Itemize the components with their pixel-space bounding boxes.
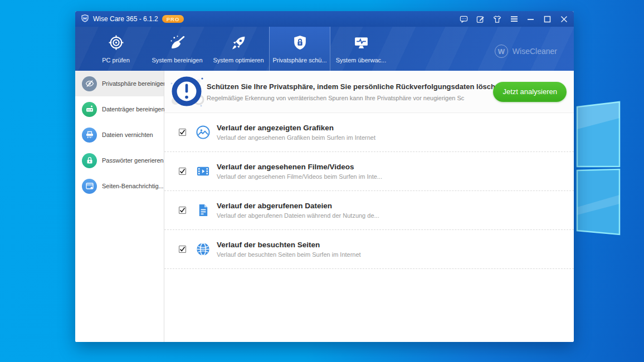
maximize-icon[interactable]	[543, 15, 552, 23]
monitor-pulse-icon	[353, 35, 369, 53]
tab-label: System bereinigen	[152, 57, 202, 63]
main-nav: PC prüfen System bereinigen	[75, 27, 574, 71]
film-icon	[196, 164, 211, 179]
disk-clean-icon	[82, 102, 97, 117]
item-checkbox[interactable]	[179, 129, 186, 136]
close-icon[interactable]	[560, 15, 568, 23]
item-text: Verlauf der abgerufenen Dateien Verlauf …	[217, 202, 379, 219]
window-title: Wise Care 365 - 6.1.2	[93, 15, 158, 23]
broom-icon	[169, 35, 186, 53]
item-checkbox[interactable]	[179, 246, 186, 253]
picture-icon	[196, 125, 211, 140]
sidebar-item-passwoerter-generieren[interactable]: Passwörter generieren	[75, 148, 164, 173]
sidebar-item-label: Passwörter generieren	[102, 157, 164, 164]
minimize-icon[interactable]	[526, 15, 535, 23]
list-item-dateien: Verlauf der abgerufenen Dateien Verlauf …	[164, 191, 574, 230]
document-icon	[196, 203, 211, 218]
sidebar-item-label: Datenträger bereinigen	[102, 106, 165, 112]
feedback-edit-icon[interactable]	[476, 15, 485, 23]
eye-off-icon	[82, 76, 97, 91]
sidebar-item-seiten-benachrichtigungen[interactable]: Seiten-Benachrichtig...	[75, 173, 164, 199]
analyze-now-button[interactable]: Jetzt analysieren	[493, 82, 567, 102]
theme-shirt-icon[interactable]	[493, 15, 501, 23]
alert-ring-icon	[167, 75, 207, 109]
sidebar-item-label: Seiten-Benachrichtig...	[102, 183, 164, 189]
tab-label: Privatsphäre schü...	[272, 57, 326, 63]
tab-label: System überwac...	[336, 57, 386, 63]
content-header: Schützen Sie Ihre Privatsphäre, indem Si…	[164, 71, 574, 113]
app-window: Wise Care 365 - 6.1.2 PRO	[75, 11, 574, 342]
tab-system-bereinigen[interactable]: System bereinigen	[147, 27, 208, 71]
sidebar-item-dateien-vernichten[interactable]: Dateien vernichten	[75, 122, 164, 148]
sidebar-item-datentraeger-bereinigen[interactable]: Datenträger bereinigen	[75, 96, 164, 122]
item-subtitle: Verlauf der abgerufenen Dateien während …	[217, 212, 379, 219]
item-text: Verlauf der angezeigten Grafiken Verlauf…	[217, 124, 375, 141]
item-checkbox[interactable]	[179, 207, 186, 214]
item-title: Verlauf der abgerufenen Dateien	[217, 202, 379, 210]
item-subtitle: Verlauf der angesehenen Grafiken beim Su…	[217, 134, 375, 141]
tab-system-ueberwachen[interactable]: System überwac...	[330, 27, 392, 71]
item-subtitle: Verlauf der angesehenen Filme/Videos bei…	[217, 173, 382, 180]
rocket-icon	[231, 35, 247, 53]
message-icon[interactable]	[460, 15, 468, 23]
tab-pc-pruefen[interactable]: PC prüfen	[85, 27, 147, 71]
header-text: Schützen Sie Ihre Privatsphäre, indem Si…	[207, 82, 493, 101]
tab-label: PC prüfen	[102, 57, 130, 63]
list-item-filme-videos: Verlauf der angesehenen Filme/Videos Ver…	[164, 152, 574, 191]
tab-system-optimieren[interactable]: System optimieren	[208, 27, 269, 71]
wisecleaner-name: WiseCleaner	[513, 47, 557, 56]
pro-badge: PRO	[162, 15, 184, 23]
item-subtitle: Verlauf der besuchten Seiten beim Surfen…	[217, 251, 361, 258]
list-item-seiten: Verlauf der besuchten Seiten Verlauf der…	[164, 230, 574, 269]
list-item-grafiken: Verlauf der angezeigten Grafiken Verlauf…	[164, 113, 574, 152]
tab-label: System optimieren	[213, 57, 264, 63]
shield-lock-icon	[292, 35, 308, 53]
sidebar-item-privatsphaere-bereinigen[interactable]: Privatsphäre bereinigen	[75, 71, 164, 96]
titlebar[interactable]: Wise Care 365 - 6.1.2 PRO	[75, 11, 574, 27]
item-checkbox[interactable]	[179, 168, 186, 175]
item-title: Verlauf der angesehenen Filme/Videos	[217, 163, 382, 171]
titlebar-controls	[460, 15, 568, 23]
sidebar-item-label: Dateien vernichten	[102, 131, 153, 138]
sidebar-item-label: Privatsphäre bereinigen	[102, 80, 167, 87]
browser-notification-icon	[82, 179, 97, 194]
wisecleaner-brand: W WiseCleaner	[495, 45, 557, 58]
privacy-item-list: Verlauf der angezeigten Grafiken Verlauf…	[164, 113, 574, 342]
app-logo-icon	[81, 14, 89, 25]
menu-icon[interactable]	[510, 15, 518, 23]
item-title: Verlauf der besuchten Seiten	[217, 241, 361, 249]
content-area: Schützen Sie Ihre Privatsphäre, indem Si…	[164, 71, 574, 342]
item-title: Verlauf der angezeigten Grafiken	[217, 124, 375, 132]
wisecleaner-logo-icon: W	[495, 45, 508, 58]
header-title: Schützen Sie Ihre Privatsphäre, indem Si…	[207, 82, 487, 91]
lock-icon	[82, 153, 97, 168]
shredder-icon	[82, 128, 97, 143]
globe-icon	[196, 242, 211, 257]
target-icon	[108, 35, 124, 53]
tab-privatsphaere-schuetzen[interactable]: Privatsphäre schü...	[269, 27, 330, 71]
header-subtitle: Regelmäßige Erkennung von verräterischen…	[207, 95, 487, 101]
main-area: Privatsphäre bereinigen Datenträger bere…	[75, 71, 574, 342]
item-text: Verlauf der angesehenen Filme/Videos Ver…	[217, 163, 382, 180]
sidebar: Privatsphäre bereinigen Datenträger bere…	[75, 71, 164, 342]
item-text: Verlauf der besuchten Seiten Verlauf der…	[217, 241, 361, 258]
